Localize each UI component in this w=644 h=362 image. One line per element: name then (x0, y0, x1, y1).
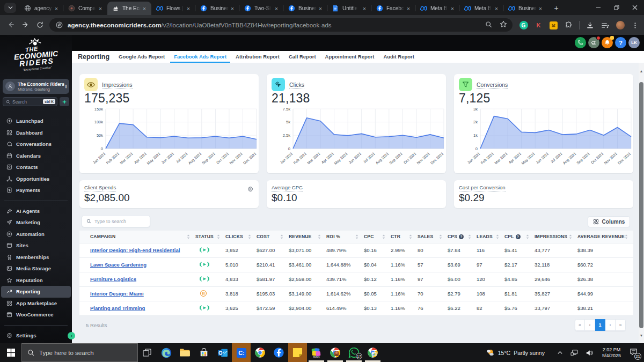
column-header-clicks[interactable]: CLICKS (225, 231, 257, 243)
campaign-link[interactable]: Lawn Space Gardening (90, 262, 147, 268)
taskbar-chrome-icon[interactable] (251, 343, 269, 362)
browser-menu-icon[interactable] (631, 21, 640, 30)
taskbar-sticky-notes-icon[interactable] (288, 343, 307, 362)
sidebar-collapse-button[interactable]: ‹ (68, 332, 75, 339)
sort-icon[interactable] (439, 234, 442, 239)
column-header-leads[interactable]: LEADS (477, 231, 504, 243)
media-controls-icon[interactable] (601, 21, 610, 30)
extensions-puzzle-icon[interactable] (564, 21, 573, 30)
report-tab-google-ads-report[interactable]: Google Ads Report (119, 51, 165, 62)
taskbar-edge-icon[interactable] (157, 343, 175, 362)
browser-tab-5[interactable]: Busines× (195, 2, 239, 15)
tab-close-icon[interactable]: × (493, 5, 500, 12)
sidebar-item-reputation[interactable]: Reputation (0, 275, 72, 286)
browser-tab-11[interactable]: Meta B× (459, 2, 503, 15)
sidebar-item-automation[interactable]: Automation (0, 228, 72, 240)
info-icon[interactable]: ? (516, 234, 521, 239)
header-help-button[interactable]: ? (615, 37, 626, 48)
header-avatar[interactable]: LK (628, 37, 640, 48)
start-button[interactable] (0, 343, 21, 362)
report-tab-appointment-report[interactable]: Appointment Report (325, 51, 375, 62)
report-tab-attribution-report[interactable]: Attribution Report (236, 51, 280, 62)
k-extension-icon[interactable]: K (534, 21, 543, 30)
sort-icon[interactable] (569, 234, 572, 239)
tab-close-icon[interactable]: × (53, 5, 60, 12)
volume-icon[interactable] (586, 350, 593, 356)
notifications-icon[interactable]: 21 (630, 348, 638, 358)
taskbar-whatsapp-icon[interactable]: 17 (345, 343, 363, 362)
sidebar-item-woocommerce[interactable]: WooCommerce (0, 309, 72, 321)
column-header-cost[interactable]: COST (257, 231, 289, 243)
yellow-extension-icon[interactable] (549, 21, 558, 30)
taskbar-search-input[interactable]: Type here to search (21, 343, 138, 362)
sort-icon[interactable] (318, 234, 321, 239)
column-header-cpl[interactable]: CPL? (504, 231, 535, 243)
sort-icon[interactable] (217, 234, 220, 239)
grammarly-extension-icon[interactable]: G (519, 21, 528, 30)
download-icon[interactable] (586, 21, 595, 30)
reload-button[interactable] (34, 19, 45, 30)
sort-icon[interactable] (625, 234, 628, 239)
taskbar-chrome-profile-icon[interactable] (326, 343, 345, 362)
sort-icon[interactable] (409, 234, 412, 239)
browser-profile-avatar[interactable] (616, 21, 625, 30)
taskbar-facebook-icon[interactable] (269, 343, 288, 362)
account-switcher[interactable]: The Economic Riders Midrand, Gauteng ▲▼ (3, 79, 69, 94)
sort-icon[interactable] (496, 234, 499, 239)
column-header-sales[interactable]: SALES (418, 231, 448, 243)
new-tab-button[interactable]: + (552, 3, 561, 12)
sort-icon[interactable] (280, 234, 283, 239)
sidebar-item-app-marketplace[interactable]: App Marketplace (0, 298, 72, 309)
sort-icon[interactable] (526, 234, 529, 239)
taskbar-outlook-icon[interactable] (213, 343, 232, 362)
column-header-impressions[interactable]: IMPRESSIONS (535, 231, 577, 243)
browser-tab-2[interactable]: Compa× (63, 2, 107, 15)
metric-label[interactable]: Cost per Conversion (459, 184, 506, 191)
taskbar-chrome-ads-icon[interactable] (363, 343, 382, 362)
columns-button[interactable]: Columns (588, 216, 630, 227)
site-settings-icon[interactable] (56, 21, 63, 28)
forward-button[interactable] (20, 19, 31, 30)
column-header-roi-[interactable]: ROI % (326, 231, 364, 243)
browser-tab-4[interactable]: Flows |× (151, 2, 195, 15)
browser-tab-7[interactable]: Busines× (283, 2, 327, 15)
browser-tab-10[interactable]: Meta B× (415, 2, 459, 15)
stat-label[interactable]: Clicks (289, 82, 304, 89)
column-header-cps[interactable]: CPS? (448, 231, 477, 243)
taskbar-clock[interactable]: 2:02 PM 5/4/2025 (602, 347, 621, 359)
close-window-button[interactable] (626, 0, 644, 15)
sort-icon[interactable] (187, 234, 190, 239)
tab-close-icon[interactable]: × (141, 5, 148, 12)
tab-close-icon[interactable]: × (317, 5, 324, 12)
column-header-cpc[interactable]: CPC (364, 231, 391, 243)
scroll-down-icon[interactable]: ▼ (639, 331, 644, 339)
column-header-revenue[interactable]: REVENUE (289, 231, 326, 243)
back-button[interactable] (5, 19, 16, 30)
bookmark-star-icon[interactable] (500, 20, 507, 30)
tab-close-icon[interactable]: × (229, 5, 236, 12)
sidebar-item-conversations[interactable]: Conversations (0, 138, 72, 150)
taskbar-file-explorer-icon[interactable] (175, 343, 194, 362)
column-header-average-revenue[interactable]: AVERAGE REVENUE (577, 231, 633, 243)
minimize-button[interactable] (589, 0, 608, 15)
header-bell-button[interactable] (602, 37, 613, 48)
taskbar-weather[interactable]: 15°C Partly sunny (486, 349, 545, 357)
sidebar-item-ai-agents[interactable]: AI Agents (0, 205, 72, 217)
campaign-link[interactable]: Planting and Trimming (90, 305, 145, 311)
pagination-button[interactable]: » (616, 319, 626, 331)
address-bar[interactable]: agency.theeconomicriders.com/v2/location… (49, 18, 513, 32)
gear-icon[interactable] (247, 184, 253, 194)
stat-label[interactable]: Impressions (102, 82, 133, 89)
metric-label[interactable]: Client Spends (84, 184, 116, 191)
scrollbar-thumb[interactable] (639, 82, 643, 328)
pagination-button[interactable]: « (575, 319, 585, 331)
network-icon[interactable] (570, 350, 578, 356)
campaign-link[interactable]: Interior Design: High-end Residential (90, 247, 180, 253)
sidebar-item-dashboard[interactable]: Dashboard (0, 127, 72, 139)
ai-sparkle-button[interactable] (60, 97, 69, 106)
sidebar-item-memberships[interactable]: Memberships (0, 252, 72, 263)
report-tab-call-report[interactable]: Call Report (289, 51, 316, 62)
pagination-button[interactable]: › (605, 319, 616, 331)
browser-tab-6[interactable]: Two-St× (239, 2, 283, 15)
page-scrollbar[interactable]: ▲ ▼ (639, 63, 644, 343)
